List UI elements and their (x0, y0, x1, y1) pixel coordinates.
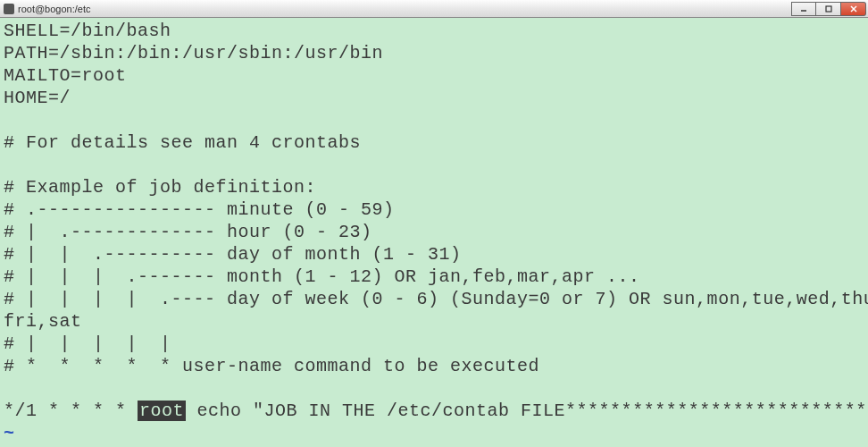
app-icon (4, 4, 14, 14)
maximize-icon (824, 4, 833, 13)
file-line: # .---------------- minute (0 - 59) (4, 199, 395, 220)
vim-tilde: ~ (4, 423, 15, 443)
file-line: # For details see man 4 crontabs (4, 132, 361, 153)
titlebar-left: root@bogon:/etc (4, 4, 91, 14)
file-line: # | | | | | (4, 333, 171, 354)
file-line: # * * * * * user-name command to be exec… (4, 356, 539, 376)
maximize-button[interactable] (816, 2, 841, 16)
cron-schedule: */1 * * * * (4, 401, 138, 421)
cron-user-highlighted: root (138, 401, 186, 421)
close-icon (849, 4, 858, 13)
window-controls (791, 2, 866, 16)
minimize-icon (799, 4, 808, 13)
file-line: # | | .---------- day of month (1 - 31) (4, 244, 462, 265)
svg-rect-1 (826, 6, 831, 12)
file-line: SHELL=/bin/bash (4, 21, 171, 41)
window-title: root@bogon:/etc (18, 4, 91, 14)
file-line: MAILTO=root (4, 65, 127, 86)
file-line: PATH=/sbin:/bin:/usr/sbin:/usr/bin (4, 43, 383, 63)
file-line: # | | | .------- month (1 - 12) OR jan,f… (4, 266, 640, 287)
file-line: HOME=/ (4, 88, 71, 108)
file-line: # | | | | .---- day of week (0 - 6) (Sun… (4, 289, 868, 309)
minimize-button[interactable] (791, 2, 816, 16)
cron-entry-line: */1 * * * * root echo "JOB IN THE /etc/c… (4, 401, 868, 421)
close-button[interactable] (841, 2, 866, 16)
file-line: # | .------------- hour (0 - 23) (4, 222, 372, 242)
window-titlebar: root@bogon:/etc (0, 0, 868, 18)
file-line: # Example of job definition: (4, 177, 316, 198)
terminal-content[interactable]: SHELL=/bin/bash PATH=/sbin:/bin:/usr/sbi… (0, 18, 868, 447)
cron-command: echo "JOB IN THE /etc/contab FILE*******… (186, 401, 868, 421)
file-line: fri,sat (4, 311, 82, 332)
